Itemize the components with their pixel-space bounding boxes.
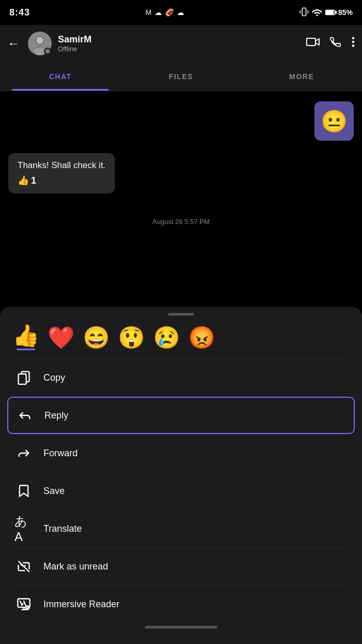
tab-more[interactable]: MORE — [242, 62, 362, 91]
forward-label: Forward — [43, 448, 78, 459]
date-separator: August 26 5:57 PM — [153, 218, 210, 226]
sheet-drag-handle[interactable] — [0, 307, 362, 320]
menu-item-immersive-reader[interactable]: Immersive Reader — [0, 586, 362, 623]
menu-item-translate[interactable]: あA Translate — [0, 510, 362, 547]
save-icon — [14, 482, 33, 500]
menu-item-save[interactable]: Save — [0, 472, 362, 510]
svg-rect-5 — [326, 10, 334, 14]
copy-label: Copy — [43, 372, 65, 383]
chat-area: 😐 Thanks! Shall check it. 👍 1 August 26 … — [0, 91, 362, 231]
immersive-reader-icon — [14, 595, 33, 613]
svg-rect-0 — [302, 8, 306, 16]
football-icon: 🏈 — [165, 8, 174, 17]
reaction-grin[interactable]: 😄 — [83, 327, 110, 349]
context-menu-sheet: 👍 ❤️ 😄 😲 😢 😡 Copy — [0, 307, 362, 644]
svg-rect-6 — [335, 11, 337, 14]
mark-unread-icon — [14, 557, 33, 576]
battery-percent: 85% — [338, 8, 353, 17]
copy-icon — [14, 368, 33, 387]
chat-header: ← SamirM Offline — [0, 25, 362, 62]
battery-icon: 85% — [325, 8, 353, 17]
svg-point-10 — [36, 37, 43, 44]
translate-label: Translate — [43, 523, 82, 534]
svg-point-14 — [352, 41, 355, 43]
avatar-status-indicator — [44, 48, 51, 55]
translate-icon: あA — [14, 519, 33, 538]
reaction-count: 1 — [31, 175, 36, 186]
message-text: Thanks! Shall check it. — [18, 160, 105, 171]
status-right-icons: 85% — [299, 7, 353, 18]
bubble-emoji-face: 😐 — [321, 109, 348, 134]
tab-files[interactable]: FILES — [120, 62, 241, 91]
more-options-button[interactable] — [352, 36, 355, 51]
status-bar: 8:43 M ☁ 🏈 ☁ 85% — [0, 0, 362, 25]
wifi-icon — [312, 7, 322, 18]
status-time: 8:43 — [9, 7, 30, 18]
immersive-reader-label: Immersive Reader — [43, 599, 119, 610]
reaction-thumbsup[interactable]: 👍 — [12, 325, 39, 350]
emoji-reactions-row: 👍 ❤️ 😄 😲 😢 😡 — [0, 320, 362, 358]
cloud-icon: ☁ — [155, 8, 162, 17]
mark-unread-label: Mark as unread — [43, 561, 108, 572]
menu-item-reply[interactable]: Reply — [7, 397, 355, 434]
contact-info: SamirM Offline — [58, 34, 300, 53]
received-message-bubble: Thanks! Shall check it. 👍 1 — [8, 153, 115, 193]
back-button[interactable]: ← — [7, 36, 20, 51]
svg-point-15 — [352, 44, 355, 47]
contact-status: Offline — [58, 45, 300, 53]
gmail-icon: M — [145, 8, 152, 17]
tabs-bar: CHAT FILES MORE — [0, 62, 362, 91]
sent-emoji-bubble: 😐 — [314, 101, 354, 141]
menu-item-forward[interactable]: Forward — [0, 435, 362, 472]
status-notification-icons: M ☁ 🏈 ☁ — [145, 8, 184, 17]
reaction-sad[interactable]: 😢 — [153, 327, 180, 349]
reply-label: Reply — [44, 410, 68, 421]
reaction-heart[interactable]: ❤️ — [48, 327, 74, 349]
message-reaction[interactable]: 👍 1 — [18, 175, 105, 186]
reaction-angry[interactable]: 😡 — [188, 327, 215, 349]
forward-icon — [14, 444, 33, 462]
menu-item-copy[interactable]: Copy — [0, 359, 362, 396]
reaction-wow[interactable]: 😲 — [118, 327, 145, 349]
svg-rect-17 — [19, 374, 26, 384]
cloud2-icon: ☁ — [177, 8, 184, 17]
svg-rect-12 — [307, 38, 315, 46]
video-call-button[interactable] — [306, 37, 320, 50]
voice-call-button[interactable] — [330, 36, 341, 51]
contact-name: SamirM — [58, 34, 300, 45]
reaction-emoji: 👍 — [18, 175, 29, 186]
avatar[interactable] — [28, 32, 52, 55]
reply-icon — [16, 406, 34, 425]
vibrate-icon — [299, 7, 309, 18]
menu-item-mark-unread[interactable]: Mark as unread — [0, 548, 362, 585]
svg-point-13 — [352, 37, 355, 39]
tab-chat[interactable]: CHAT — [0, 62, 120, 91]
save-label: Save — [43, 486, 65, 497]
home-indicator — [145, 626, 217, 628]
svg-point-3 — [316, 14, 318, 16]
handle-bar — [168, 313, 194, 316]
header-action-buttons — [306, 36, 355, 51]
